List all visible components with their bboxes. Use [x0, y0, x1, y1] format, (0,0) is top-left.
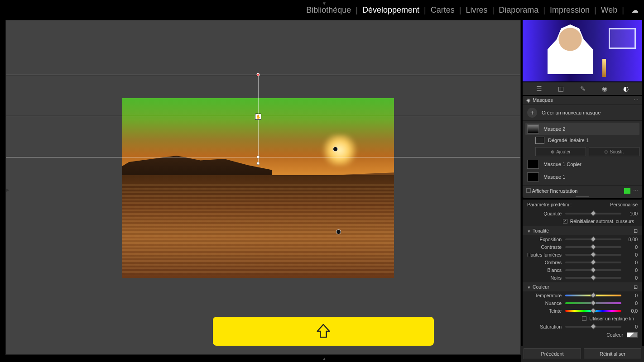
overlay-color-swatch[interactable] [624, 188, 630, 194]
color-section-header[interactable]: ▼Couleur⊡ [523, 282, 642, 291]
redeye-icon[interactable]: ◉ [602, 85, 607, 92]
amount-slider[interactable] [565, 213, 621, 214]
preset-value[interactable]: Personnalisé [610, 202, 638, 207]
mask-add-button[interactable]: ⊕Ajouter [535, 147, 586, 156]
gradient-line-bottom[interactable] [6, 157, 520, 157]
preset-label: Paramètre prédéfini : [527, 202, 572, 207]
overlay-label: Afficher l'incrustation [532, 188, 577, 194]
mask-thumb [527, 124, 539, 133]
adjust-icon[interactable]: ☰ [536, 85, 542, 92]
mask-thumb [527, 160, 539, 169]
cloud-sync-icon[interactable]: ☁ [631, 6, 639, 14]
mask-icon[interactable]: ◐ [623, 85, 629, 92]
expand-bottom-icon[interactable]: ▲ [322, 356, 327, 361]
tab-diaporama[interactable]: Diaporama [497, 5, 540, 15]
mask-item-2[interactable]: Masque 2 [525, 123, 639, 135]
mask-label: Masque 1 [543, 174, 565, 180]
create-mask-label: Créer un nouveau masque [542, 110, 601, 115]
gradient-line-mid[interactable] [6, 116, 520, 116]
heal-icon[interactable]: ✎ [580, 85, 586, 92]
gradient-thumb-icon [535, 137, 544, 144]
gradient-handle-bottom[interactable] [257, 162, 260, 165]
canvas-area[interactable]: ▶ ✋ [5, 20, 521, 355]
reset-button[interactable]: Réinitialiser [584, 348, 641, 359]
blacks-slider[interactable] [565, 277, 621, 279]
panel-menu-icon[interactable]: ⋯ [634, 97, 639, 103]
mask-item-1-copy[interactable]: Masque 1 Copier [525, 158, 639, 171]
saturation-slider[interactable] [565, 326, 621, 328]
tone-toggle-icon[interactable]: ⊡ [634, 228, 638, 233]
tint-slider[interactable] [565, 302, 621, 304]
expand-left-icon[interactable]: ▶ [6, 187, 10, 192]
mask-pin-2[interactable] [336, 229, 341, 234]
mask-sub-gradient[interactable]: Dégradé linéaire 1 [535, 135, 639, 145]
mask-label: Masque 2 [543, 126, 565, 132]
tone-section-header[interactable]: ▼Tonalité⊡ [523, 226, 642, 235]
color-picker[interactable] [627, 332, 638, 338]
tab-livres[interactable]: Livres [464, 5, 489, 15]
adjust-panel: Paramètre prédéfini : Personnalisé Quant… [523, 200, 642, 346]
mask-thumb [527, 172, 539, 181]
contrast-slider[interactable] [565, 246, 621, 248]
auto-reset-checkbox[interactable]: ✓ [563, 219, 567, 224]
right-column: ☰ ◫ ✎ ◉ ◐ ◉Masques ⋯ + Créer un nouveau … [521, 20, 644, 362]
whites-slider[interactable] [565, 269, 621, 271]
fine-checkbox[interactable] [582, 316, 586, 321]
fine-label: Utiliser un réglage fin [589, 316, 634, 321]
webcam-overlay [523, 20, 642, 81]
eye-icon[interactable]: ◉ [526, 97, 531, 103]
gradient-axis[interactable] [258, 75, 259, 165]
mask-sub-label: Dégradé linéaire 1 [548, 138, 589, 143]
shift-up-icon [314, 322, 332, 340]
mask-subtract-button[interactable]: ⊖Soustr. [589, 147, 639, 156]
masks-title: Masques [533, 97, 553, 103]
temperature-slider[interactable] [565, 295, 621, 296]
mask-pin-1[interactable] [333, 147, 338, 152]
subtract-icon: ⊖ [604, 149, 608, 154]
auto-reset-label: Réinitialiser automat. curseurs [570, 219, 634, 224]
create-mask-row[interactable]: + Créer un nouveau masque [523, 105, 642, 121]
exposure-slider[interactable] [565, 238, 621, 240]
module-tabs: Bibliothèque| Développement| Cartes| Liv… [304, 5, 639, 15]
overlay-checkbox[interactable] [526, 188, 531, 193]
gradient-handle-mid-lower[interactable] [257, 156, 260, 159]
overlay-menu-icon[interactable]: ⋯ [633, 188, 639, 194]
gradient-handle-top[interactable] [257, 73, 260, 76]
tab-bibliotheque[interactable]: Bibliothèque [304, 5, 353, 15]
amount-value[interactable]: 100 [621, 211, 638, 216]
panel-resize-handle[interactable] [523, 196, 642, 198]
panel-footer: Précédent Réinitialiser [521, 346, 644, 362]
amount-label: Quantité [527, 211, 565, 216]
tab-impression[interactable]: Impression [548, 5, 591, 15]
tab-cartes[interactable]: Cartes [429, 5, 457, 15]
highlights-slider[interactable] [565, 254, 621, 256]
mask-label: Masque 1 Copier [543, 162, 582, 167]
masks-panel: ◉Masques ⋯ + Créer un nouveau masque Mas… [523, 96, 642, 198]
tab-web[interactable]: Web [599, 5, 620, 15]
tab-developpement[interactable]: Développement [360, 5, 421, 15]
add-icon: ⊕ [551, 149, 554, 154]
shortcut-toast [213, 317, 434, 346]
top-bar: ▼ Bibliothèque| Développement| Cartes| L… [0, 0, 644, 20]
tool-strip: ☰ ◫ ✎ ◉ ◐ [523, 82, 642, 95]
crop-icon[interactable]: ◫ [558, 85, 564, 92]
color-toggle-icon[interactable]: ⊡ [634, 284, 638, 290]
previous-button[interactable]: Précédent [524, 348, 581, 359]
mask-item-1[interactable]: Masque 1 [525, 171, 639, 183]
gradient-line-top[interactable] [6, 75, 520, 75]
chevron-down-icon[interactable]: ▼ [322, 1, 327, 6]
grab-cursor-icon: ✋ [255, 114, 261, 120]
color-label: Couleur [527, 332, 627, 338]
shadows-slider[interactable] [565, 262, 621, 263]
plus-icon[interactable]: + [527, 108, 537, 118]
hue-slider[interactable] [565, 310, 621, 312]
